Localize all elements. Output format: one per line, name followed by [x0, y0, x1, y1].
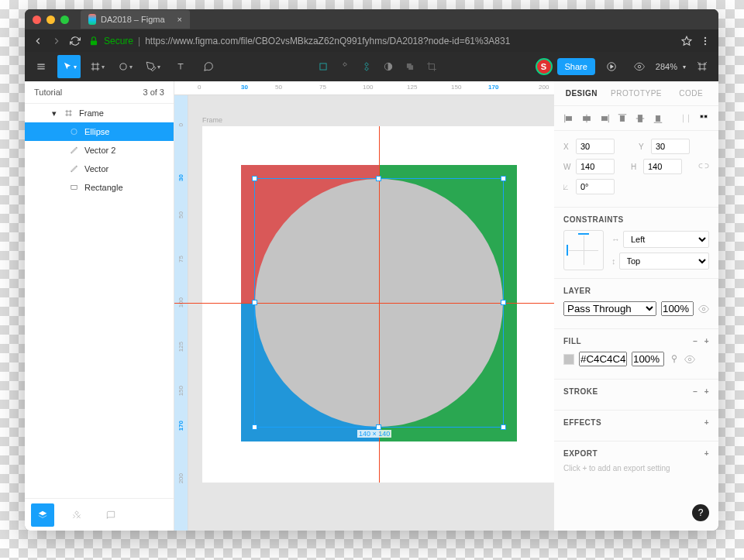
minimize-dot[interactable]: [46, 15, 55, 24]
crop-icon[interactable]: [426, 61, 437, 72]
close-dot[interactable]: [33, 15, 41, 24]
canvas[interactable]: 0 30 50 75 100 125 150 170 200 0 30 50 7…: [174, 81, 554, 531]
svg-rect-18: [409, 65, 414, 70]
figma-toolbar: ▾ ▾ ▾ ▾ S Share 284%▾: [25, 52, 718, 81]
constraint-h-select[interactable]: Left: [623, 231, 709, 248]
boolean-icon[interactable]: [405, 61, 415, 72]
constraint-v-select[interactable]: Top: [619, 253, 710, 270]
align-left-icon[interactable]: [563, 113, 574, 124]
style-icon[interactable]: [669, 354, 680, 365]
present-icon[interactable]: [600, 55, 623, 78]
remove-fill-icon[interactable]: −: [693, 337, 698, 345]
hamburger-icon[interactable]: [29, 55, 53, 78]
add-stroke-icon[interactable]: +: [704, 387, 709, 396]
distribute-icon[interactable]: [680, 113, 691, 124]
svg-point-49: [672, 355, 676, 359]
mask-icon[interactable]: [383, 61, 394, 72]
shape-tool[interactable]: ▾: [113, 55, 136, 78]
visibility-icon[interactable]: [698, 304, 709, 314]
component-icon[interactable]: [339, 61, 350, 72]
properties-panel: DESIGN PROTOTYPE CODE X Y: [554, 81, 718, 531]
h-input[interactable]: [643, 159, 682, 174]
layer-ellipse[interactable]: Ellipse: [25, 122, 174, 141]
zoom-level[interactable]: 284%: [656, 62, 677, 71]
align-hcenter-icon[interactable]: [581, 113, 592, 124]
edit-object-icon[interactable]: [318, 61, 329, 72]
maximize-dot[interactable]: [60, 15, 69, 24]
close-tab-icon[interactable]: ×: [177, 15, 182, 24]
resize-handle-e[interactable]: [501, 300, 506, 305]
align-vcenter-icon[interactable]: [635, 113, 646, 124]
share-button[interactable]: Share: [557, 58, 595, 75]
user-avatar[interactable]: S: [536, 58, 553, 75]
constraint-widget[interactable]: [563, 230, 604, 270]
instance-icon[interactable]: [361, 61, 372, 72]
layer-frame[interactable]: ▾ Frame: [25, 104, 174, 122]
tidy-icon[interactable]: [698, 113, 709, 124]
browser-tab[interactable]: DA2018 – Figma ×: [81, 10, 190, 29]
svg-rect-47: [704, 115, 708, 118]
add-effect-icon[interactable]: +: [704, 418, 709, 427]
artboard[interactable]: 140 × 140: [202, 126, 554, 483]
svg-rect-39: [620, 115, 624, 121]
layers-tab-icon[interactable]: [31, 503, 54, 527]
stroke-section: STROKE−+: [554, 380, 718, 411]
tab-prototype[interactable]: PROTOTYPE: [609, 81, 664, 105]
effects-section: EFFECTS+: [554, 411, 718, 441]
link-icon[interactable]: [698, 161, 709, 172]
back-icon[interactable]: [33, 36, 43, 46]
layer-opacity-input[interactable]: [661, 301, 694, 316]
align-bottom-icon[interactable]: [653, 113, 663, 124]
fill-color-chip[interactable]: [563, 354, 574, 365]
fill-opacity-input[interactable]: [632, 352, 664, 366]
view-icon[interactable]: [628, 55, 651, 78]
text-tool[interactable]: [169, 55, 192, 78]
resize-handle-w[interactable]: [252, 300, 257, 305]
tab-design[interactable]: DESIGN: [554, 81, 609, 105]
fill-hex-input[interactable]: [579, 352, 627, 366]
align-right-icon[interactable]: [599, 113, 610, 124]
remove-stroke-icon[interactable]: −: [693, 387, 698, 396]
pixel-grid-icon[interactable]: [691, 55, 714, 78]
move-tool[interactable]: ▾: [57, 55, 81, 78]
blend-mode-select[interactable]: Pass Through: [563, 301, 656, 316]
layer-rectangle[interactable]: Rectangle: [25, 178, 174, 197]
pen-tool[interactable]: ▾: [141, 55, 164, 78]
resize-handle-n[interactable]: [376, 176, 381, 181]
resize-handle-s[interactable]: [376, 424, 381, 430]
add-export-icon[interactable]: +: [704, 449, 709, 458]
artboard-label[interactable]: Frame: [202, 116, 222, 124]
figma-icon: [88, 14, 96, 25]
resize-handle-nw[interactable]: [252, 176, 257, 181]
layer-vector[interactable]: Vector: [25, 160, 174, 178]
library-tab-icon[interactable]: [99, 503, 122, 527]
resize-handle-sw[interactable]: [252, 424, 257, 430]
layers-panel: Tutorial 3 of 3 ▾ Frame Ellipse Vector 2…: [25, 81, 174, 531]
x-input[interactable]: [576, 139, 615, 154]
reload-icon[interactable]: [70, 36, 81, 46]
frame-tool[interactable]: ▾: [85, 55, 108, 78]
svg-rect-46: [701, 115, 704, 118]
menu-icon[interactable]: [700, 36, 711, 46]
help-button[interactable]: ?: [692, 504, 709, 521]
url-field[interactable]: Secure | https://www.figma.com/file/CBO2…: [88, 36, 673, 46]
y-input[interactable]: [651, 139, 690, 154]
svg-rect-31: [71, 185, 77, 190]
layer-vector2[interactable]: Vector 2: [25, 141, 174, 160]
assets-tab-icon[interactable]: [65, 503, 88, 527]
resize-handle-se[interactable]: [501, 424, 506, 430]
frame-icon: [64, 109, 73, 118]
page-indicator[interactable]: 3 of 3: [143, 88, 164, 97]
selection-box[interactable]: [254, 178, 504, 428]
w-input[interactable]: [576, 159, 615, 174]
rotation-input[interactable]: [576, 179, 615, 194]
add-fill-icon[interactable]: +: [704, 337, 709, 345]
star-icon[interactable]: [681, 36, 692, 46]
comment-tool[interactable]: [197, 55, 220, 78]
fill-visibility-icon[interactable]: [684, 354, 695, 365]
tab-code[interactable]: CODE: [663, 81, 718, 105]
align-top-icon[interactable]: [617, 113, 628, 124]
resize-handle-ne[interactable]: [501, 176, 506, 181]
tab-title: DA2018 – Figma: [101, 15, 165, 24]
forward-icon[interactable]: [51, 36, 62, 46]
